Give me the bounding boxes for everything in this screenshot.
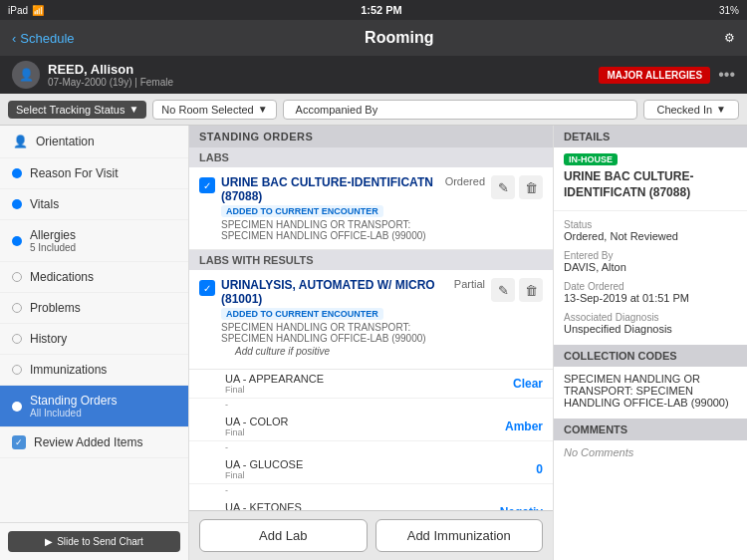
result-value-glucose: 0 xyxy=(463,462,543,476)
result-separator-1: - xyxy=(189,441,553,455)
dot-empty-icon xyxy=(12,334,22,344)
detail-entered-by-value: DAVIS, Alton xyxy=(564,261,737,273)
order-badge: ADDED TO CURRENT ENCOUNTER xyxy=(221,205,383,217)
sidebar: 👤 Orientation Reason For Visit Vitals Al… xyxy=(0,126,189,560)
labs-with-results-header: LABS WITH RESULTS xyxy=(189,250,553,270)
order-checkbox-2[interactable]: ✓ xyxy=(199,280,215,296)
sidebar-item-history[interactable]: History xyxy=(0,324,188,355)
edit-button-2[interactable]: ✎ xyxy=(491,278,515,302)
lab-results-list: UA - APPEARANCE Final Clear - UA - COLOR… xyxy=(189,370,553,510)
checked-in-select[interactable]: Checked In ▼ xyxy=(643,100,739,120)
lab-result-ketones: UA - KETONES Final Negativ xyxy=(189,498,553,510)
status-bar-left: iPad 📶 xyxy=(8,5,44,16)
dot-empty-icon xyxy=(12,303,22,313)
detail-date-ordered-value: 13-Sep-2019 at 01:51 PM xyxy=(564,292,737,304)
tracking-status-select[interactable]: Select Tracking Status ▼ xyxy=(8,101,146,119)
sidebar-history-label: History xyxy=(30,332,67,346)
play-icon: ▶ xyxy=(45,536,53,547)
sidebar-medications-label: Medications xyxy=(30,270,94,284)
slide-label: Slide to Send Chart xyxy=(57,536,143,547)
patient-details: REED, Allison 07-May-2000 (19y) | Female xyxy=(48,62,173,88)
sidebar-item-reason-for-visit[interactable]: Reason For Visit xyxy=(0,158,188,189)
battery-icon: 31% xyxy=(719,5,739,16)
sidebar-standing-orders-label: Standing Orders xyxy=(30,394,117,408)
main-layout: 👤 Orientation Reason For Visit Vitals Al… xyxy=(0,126,747,560)
sidebar-allergies-label: Allergies xyxy=(30,228,76,242)
no-room-chevron-icon: ▼ xyxy=(258,104,268,115)
sidebar-item-medications[interactable]: Medications xyxy=(0,262,188,293)
lab-result-appearance: UA - APPEARANCE Final Clear xyxy=(189,370,553,399)
result-separator-2: - xyxy=(189,484,553,498)
back-label: Schedule xyxy=(20,31,74,46)
order-info: URINE BAC CULTURE-IDENTIFICATN (87088) A… xyxy=(221,175,439,241)
detail-diagnosis-label: Associated Diagnosis xyxy=(564,312,737,323)
dot-icon xyxy=(12,199,22,209)
avatar: 👤 xyxy=(12,61,40,89)
detail-diagnosis-field: Associated Diagnosis Unspecified Diagnos… xyxy=(554,308,747,339)
result-separator-0: - xyxy=(189,399,553,413)
top-nav: ‹ Schedule Rooming ⚙ xyxy=(0,20,747,56)
sidebar-item-allergies[interactable]: Allergies 5 Included xyxy=(0,220,188,262)
add-immunization-button[interactable]: Add Immunization xyxy=(375,519,544,552)
sidebar-item-immunizations[interactable]: Immunizations xyxy=(0,355,188,386)
result-name-color: UA - COLOR Final xyxy=(225,416,463,437)
result-name-appearance: UA - APPEARANCE Final xyxy=(225,373,463,395)
major-allergies-badge: MAJOR ALLERGIES xyxy=(599,67,710,84)
order-badge-2: ADDED TO CURRENT ENCOUNTER xyxy=(221,308,383,320)
sidebar-reason-label: Reason For Visit xyxy=(30,166,118,180)
allergies-sub-label: 5 Included xyxy=(30,242,76,253)
detail-date-ordered-label: Date Ordered xyxy=(564,281,737,292)
dot-icon xyxy=(12,236,22,246)
order-status: Ordered xyxy=(445,175,485,187)
sidebar-item-review-added[interactable]: ✓ Review Added Items xyxy=(0,427,188,458)
settings-button[interactable]: ⚙ xyxy=(724,31,735,45)
lab-result-glucose: UA - GLUCOSE Final 0 xyxy=(189,455,553,484)
comments-value: No Comments xyxy=(554,440,747,464)
accompanied-by-field[interactable]: Accompanied By xyxy=(283,100,638,120)
bottom-bar: Add Lab Add Immunization xyxy=(189,510,553,560)
more-icon[interactable]: ••• xyxy=(718,66,735,84)
lab-note: Add culture if positive xyxy=(199,344,543,361)
dot-icon xyxy=(12,402,22,412)
sidebar-bottom: ▶ Slide to Send Chart xyxy=(0,522,188,560)
wifi-icon: 📶 xyxy=(32,5,44,16)
result-value-appearance: Clear xyxy=(463,377,543,391)
no-room-select[interactable]: No Room Selected ▼ xyxy=(152,100,276,120)
standing-orders-section-header: STANDING ORDERS xyxy=(189,126,553,147)
back-button[interactable]: ‹ Schedule xyxy=(12,31,75,46)
lab-result-color: UA - COLOR Final Amber xyxy=(189,413,553,441)
delete-button[interactable]: 🗑 xyxy=(519,175,543,199)
patient-dob: 07-May-2000 (19y) | Female xyxy=(48,77,173,88)
person-icon: 👤 xyxy=(12,134,28,149)
detail-status-value: Ordered, Not Reviewed xyxy=(564,230,737,242)
tracking-bar: Select Tracking Status ▼ No Room Selecte… xyxy=(0,94,747,126)
detail-name: URINE BAC CULTURE-IDENTIFICATN (87088) xyxy=(554,169,747,206)
slide-to-send-button[interactable]: ▶ Slide to Send Chart xyxy=(8,531,180,552)
delete-button-2[interactable]: 🗑 xyxy=(519,278,543,302)
order-status-2: Partial xyxy=(454,278,485,290)
add-lab-button[interactable]: Add Lab xyxy=(199,519,368,552)
sidebar-item-orientation[interactable]: 👤 Orientation xyxy=(0,126,188,158)
edit-button[interactable]: ✎ xyxy=(491,175,515,199)
details-header: DETAILS xyxy=(554,126,747,147)
patient-bar: 👤 REED, Allison 07-May-2000 (19y) | Fema… xyxy=(0,56,747,94)
standing-orders-info: Standing Orders All Included xyxy=(30,394,117,419)
no-room-label: No Room Selected xyxy=(161,104,253,116)
patient-name: REED, Allison xyxy=(48,62,173,77)
status-bar-time: 1:52 PM xyxy=(361,4,402,16)
tracking-chevron-icon: ▼ xyxy=(128,104,138,115)
order-sub-2: SPECIMEN HANDLING OR TRANSPORT: SPECIMEN… xyxy=(221,322,448,344)
comments-header: COMMENTS xyxy=(554,419,747,440)
order-row-header-2: ✓ URINALYSIS, AUTOMATED W/ MICRO (81001)… xyxy=(199,278,543,344)
sidebar-item-standing-orders[interactable]: Standing Orders All Included xyxy=(0,386,188,427)
labs-subsection-header: LABS xyxy=(189,147,553,167)
order-actions-2: ✎ 🗑 xyxy=(491,278,543,302)
detail-separator-1 xyxy=(554,210,747,211)
dot-icon xyxy=(12,168,22,178)
result-value-color: Amber xyxy=(463,420,543,433)
order-checkbox[interactable]: ✓ xyxy=(199,177,215,193)
check-icon: ✓ xyxy=(12,435,26,449)
sidebar-item-problems[interactable]: Problems xyxy=(0,293,188,324)
sidebar-item-vitals[interactable]: Vitals xyxy=(0,189,188,220)
order-name-2: URINALYSIS, AUTOMATED W/ MICRO (81001) xyxy=(221,278,448,306)
